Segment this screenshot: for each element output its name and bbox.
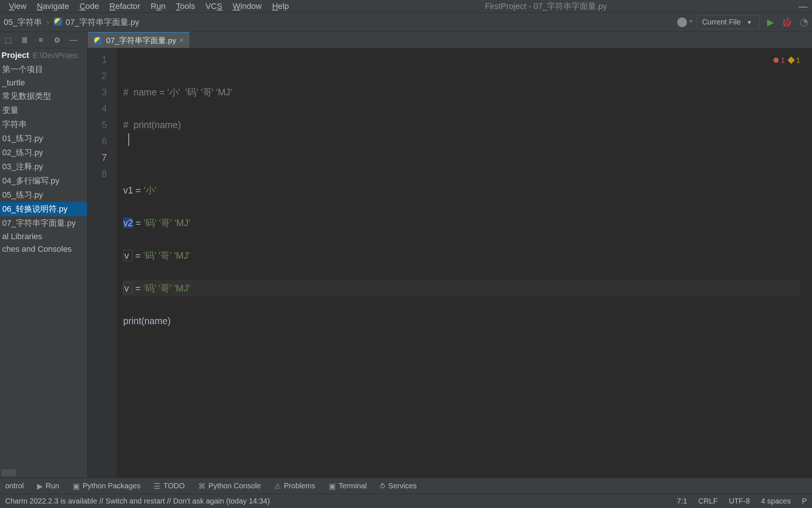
warning-count[interactable]: 1 (789, 52, 800, 68)
breadcrumbs: 05_字符串 › 07_字符串字面量.py (4, 17, 139, 28)
version-control-tab[interactable]: ontrol (5, 482, 24, 490)
vertical-scrollbar[interactable] (807, 48, 812, 478)
line-number[interactable]: 1 (88, 51, 107, 68)
minimize-button[interactable]: — (799, 1, 808, 12)
error-icon (773, 58, 779, 63)
minimize-tool-icon[interactable]: — (69, 36, 78, 45)
code-text: ( (141, 316, 144, 326)
navigation-bar: 05_字符串 › 07_字符串字面量.py Current File ▼ ▶ 🐞… (0, 13, 812, 32)
menu-code[interactable]: Code (75, 1, 104, 11)
code-text: v2 (123, 218, 133, 228)
project-tree: 第一个项目 _turtle 常见数据类型 变量 字符串 01_练习.py 02_… (0, 62, 87, 255)
tree-item[interactable]: _turtle (0, 76, 87, 89)
window-controls: — (799, 1, 808, 12)
fold-strip[interactable] (112, 48, 117, 478)
file-encoding[interactable]: UTF-8 (729, 497, 750, 505)
menu-help[interactable]: Help (268, 1, 293, 11)
code-text: = (133, 185, 144, 195)
menu-refactor[interactable]: Refactor (105, 1, 145, 11)
line-number[interactable]: 3 (88, 84, 107, 100)
add-user-icon[interactable] (677, 17, 687, 27)
chevron-down-icon: ▼ (747, 19, 752, 25)
menu-view[interactable]: VViewiew (4, 1, 31, 11)
sidebar-handle[interactable] (1, 469, 16, 476)
close-tab-icon[interactable]: × (179, 36, 184, 45)
tree-item[interactable]: 常见数据类型 (0, 89, 87, 103)
status-message[interactable]: Charm 2022.2.3 is available // Switch an… (5, 497, 270, 505)
breadcrumb-separator: › (46, 17, 49, 27)
problems-tab[interactable]: ⚠Problems (274, 482, 315, 491)
line-separator[interactable]: CRLF (698, 497, 718, 505)
services-tab[interactable]: ⥁Services (380, 482, 417, 491)
code-text: = (133, 218, 144, 228)
tree-item-selected[interactable]: 06_转换说明符.py (0, 202, 87, 216)
debug-icon[interactable]: 🐞 (781, 17, 792, 27)
tree-item[interactable]: 03_注释.py (0, 160, 87, 174)
tree-item[interactable]: ches and Consoles (0, 243, 87, 255)
code-text: '码' '哥' 'MJ' (143, 283, 190, 293)
inspection-summary[interactable]: 1 1 (773, 52, 800, 68)
code-text: '小' (144, 185, 157, 195)
interpreter[interactable]: P (802, 497, 807, 505)
expand-all-icon[interactable]: ≣ (20, 36, 29, 45)
package-icon: ▣ (73, 482, 80, 491)
tree-item[interactable]: 字符串 (0, 117, 87, 131)
sidebar-toolbar: ⬚ ≣ ≡ ⚙ — (0, 32, 87, 48)
code-text: '码' '哥' 'MJ' (143, 250, 190, 261)
code-text: # name = '小' '码' '哥' 'MJ' (123, 87, 232, 97)
menu-run[interactable]: Run (146, 1, 170, 11)
project-root-label: Project (1, 51, 29, 60)
tree-item[interactable]: 第一个项目 (0, 62, 87, 76)
play-icon: ▶ (37, 482, 43, 491)
python-console-tab[interactable]: ⌘Python Console (198, 482, 261, 491)
window-title: FirstProject - 07_字符串字面量.py (293, 1, 799, 12)
settings-icon[interactable]: ⚙ (53, 36, 62, 45)
list-icon: ☰ (154, 482, 160, 491)
code-text: = (132, 250, 143, 261)
line-number[interactable]: 2 (88, 68, 107, 84)
status-right: 7:1 CRLF UTF-8 4 spaces P (677, 497, 807, 505)
menu-vcs[interactable]: VCS (201, 1, 227, 11)
tree-item[interactable]: 04_多行编写.py (0, 174, 87, 188)
select-opened-icon[interactable]: ⬚ (4, 36, 13, 45)
code-text: ) (168, 316, 171, 326)
warning-icon (788, 56, 795, 64)
breadcrumb-folder[interactable]: 05_字符串 (4, 17, 42, 28)
line-number[interactable]: 6 (88, 133, 107, 149)
line-gutter: 1 2 3 4 5 6 7 8 (88, 48, 112, 478)
line-number[interactable]: 7 (88, 149, 107, 166)
tree-item[interactable]: 01_练习.py (0, 131, 87, 146)
error-count[interactable]: 1 (773, 52, 785, 68)
tree-item[interactable]: 05_练习.py (0, 188, 87, 202)
indent-setting[interactable]: 4 spaces (761, 497, 791, 505)
coverage-icon[interactable]: ◔ (800, 16, 808, 28)
line-number[interactable]: 5 (88, 117, 107, 133)
menu-window[interactable]: Window (228, 1, 266, 11)
todo-tab[interactable]: ☰TODO (154, 482, 184, 491)
tree-item[interactable]: 变量 (0, 103, 87, 117)
code-area[interactable]: 1 1 # name = '小' '码' '哥' 'MJ' # print(na… (117, 48, 807, 478)
run-config-label: Current File (702, 18, 741, 26)
menu-navigate[interactable]: Navigate (32, 1, 73, 11)
breadcrumb-file[interactable]: 07_字符串字面量.py (54, 17, 139, 28)
code-text: print (123, 316, 141, 326)
packages-tab[interactable]: ▣Python Packages (73, 482, 141, 491)
editor-tab[interactable]: 07_字符串字面量.py × (88, 32, 190, 48)
code-text: = (132, 283, 143, 293)
tree-item[interactable]: al Libraries (0, 230, 87, 243)
tree-item[interactable]: 07_字符串字面量.py (0, 216, 87, 230)
terminal-tab[interactable]: ▣Terminal (329, 482, 367, 491)
code-editor[interactable]: 1 2 3 4 5 6 7 8 1 1 # name = '小' '码' '哥'… (88, 48, 812, 478)
line-number[interactable]: 8 (88, 166, 107, 182)
code-text: name (144, 316, 168, 326)
menu-tools[interactable]: Tools (171, 1, 199, 11)
caret-position[interactable]: 7:1 (677, 497, 687, 505)
alert-icon: ⚠ (274, 482, 281, 491)
run-config-dropdown[interactable]: Current File ▼ (697, 15, 760, 29)
run-tab[interactable]: ▶Run (37, 482, 59, 491)
project-root[interactable]: Project E:\Dev\Projec (0, 48, 87, 62)
run-icon[interactable]: ▶ (767, 17, 774, 27)
tree-item[interactable]: 02_练习.py (0, 146, 87, 160)
collapse-all-icon[interactable]: ≡ (36, 36, 45, 45)
line-number[interactable]: 4 (88, 100, 107, 117)
